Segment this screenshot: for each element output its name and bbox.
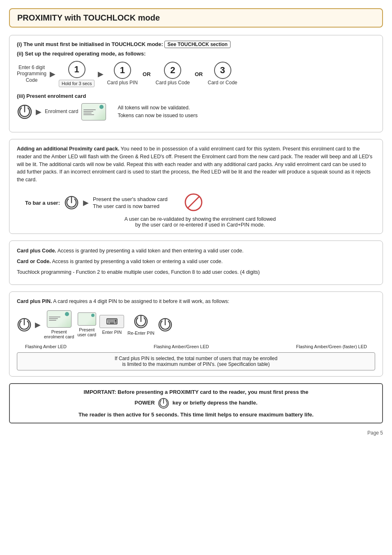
enrolment-label: Enrolment card (45, 109, 78, 115)
tokens-text: All tokens will now be validated. Tokens… (118, 104, 198, 120)
bar-text-col: Present the user's shadow card The user … (93, 196, 168, 209)
pin-col-power (17, 317, 32, 332)
page-wrapper: PROXIMITY with TOUCHLOCK mode (i) The un… (9, 8, 383, 436)
no-entry-icon (184, 193, 203, 213)
led-col-1: Flashing Amber LED (25, 344, 67, 349)
bar-step1: Present the user's shadow card (93, 196, 168, 202)
pin-col-power2: Re-Enter PIN (127, 314, 154, 335)
svg-line-5 (188, 197, 199, 208)
section-3: Card plus Code. Access is granted by pre… (9, 240, 383, 285)
keypad-icon: ⌨ (106, 317, 118, 326)
user-card-img (78, 312, 96, 326)
card-plus-code-label: Card plus Code (156, 80, 190, 86)
led-col-2: Flashing Amber/Green LED (154, 344, 209, 349)
arrow-enrol: ▶ (36, 107, 42, 116)
pin-info-box: If Card plus PIN is selected, the total … (17, 352, 375, 370)
heading-i: (i) The unit must first be initialised i… (17, 41, 375, 47)
adding-pack-text: Adding an additional Proximity card pack… (17, 145, 375, 184)
page-title: PROXIMITY with TOUCHLOCK mode (17, 13, 375, 23)
enrol-card-pin (47, 310, 71, 328)
important-line2: POWER key or briefly depress the handle. (17, 398, 375, 409)
touchlock-ref: See TOUCHLOCK section (164, 41, 230, 48)
card-plus-pin-col: 1 Card plus PIN (107, 62, 138, 86)
touchlock-prog-text: Touchlock programming - Function 2 to en… (17, 268, 375, 276)
card-or-code-def: Card or Code. Access is granted by prese… (17, 257, 375, 266)
led-label-1: Flashing Amber LED (25, 344, 67, 349)
pin-col-enter: ⌨ Enter PIN (99, 315, 124, 335)
arrow-bar: ▶ (83, 198, 89, 207)
enter-label: Enter 6 digit Programming Code (17, 65, 46, 84)
page-number: Page 5 (9, 430, 383, 436)
led-labels-row: Flashing Amber LED Flashing Amber/Green … (25, 344, 367, 349)
card-plus-pin-heading: Card plus PIN. A card requires a 4 digit… (17, 298, 375, 305)
heading-iii: (iii) Present enrolment card (17, 93, 375, 99)
section-1: (i) The unit must first be initialised i… (9, 35, 383, 132)
important-line4: The reader is then active for 5 seconds.… (17, 412, 375, 418)
led-label-2: Flashing Amber/Green LED (154, 344, 209, 349)
heading-ii: (ii) Set up the required operating mode,… (17, 51, 375, 57)
reenter-pin-label: Re-Enter PIN (127, 331, 154, 335)
present-enrol-label: Present enrolment card (44, 329, 74, 339)
power-icon-end (158, 317, 173, 332)
important-line1: IMPORTANT: Before presenting a PROXIMITY… (17, 389, 375, 395)
led-col-3: Flashing Amber/Green (faster) LED (296, 344, 367, 349)
pin-info-text: If Card plus PIN is selected, the total … (115, 356, 277, 367)
section-4: Card plus PIN. A card requires a 4 digit… (9, 291, 383, 377)
power-icon-pin (17, 317, 32, 332)
title-box: PROXIMITY with TOUCHLOCK mode (9, 8, 383, 28)
step-flow-setup: Enter 6 digit Programming Code ▶ 1 Hold … (17, 61, 375, 87)
led-label-3: Flashing Amber/Green (faster) LED (296, 344, 367, 349)
step1-col: 1 Hold for 3 secs (59, 61, 95, 87)
enter-pin-box: ⌨ (99, 315, 124, 328)
card-or-code-label: Card or Code (208, 80, 238, 86)
bar-heading: To bar a user: (25, 200, 60, 206)
pin-flow: ▶ Present enrolment card Prese (17, 310, 375, 339)
def-list: Card plus Code. Access is granted by pre… (17, 247, 375, 276)
card-or-code-circle: 3 (214, 62, 231, 79)
card-plus-code-circle: 2 (164, 62, 181, 79)
present-user-label: Present user card (77, 327, 96, 337)
card-plus-pin-circle: 1 (114, 62, 131, 79)
enter-pin-label: Enter PIN (102, 330, 122, 335)
pin-col-user: Present user card (77, 312, 96, 337)
hold-label: Hold for 3 secs (59, 80, 95, 87)
pin-col-power3 (158, 317, 173, 332)
arrow-1: ▶ (50, 69, 55, 79)
card-plus-code-col: 2 Card plus Code (156, 62, 190, 86)
enrolment-flow: ▶ Enrolment card All tokens will now be … (17, 103, 375, 120)
step1-circle: 1 (68, 61, 85, 78)
arrow-2: ▶ (98, 69, 104, 79)
power-icon-reenter (134, 314, 148, 329)
card-or-code-col: 3 Card or Code (208, 62, 238, 86)
bar-step2: The user card is now barred (93, 203, 168, 209)
power-icon-iii (17, 104, 32, 120)
section-2: Adding an additional Proximity card pack… (9, 139, 383, 234)
enrolment-card-img (81, 103, 106, 120)
card-plus-pin-label: Card plus PIN (107, 80, 138, 86)
card-plus-code-def: Card plus Code. Access is granted by pre… (17, 247, 375, 255)
enter-label-col: Enter 6 digit Programming Code (17, 65, 46, 84)
bar-user-row: To bar a user: ▶ Present the user's shad… (25, 193, 375, 213)
important-box: IMPORTANT: Before presenting a PROXIMITY… (9, 383, 383, 423)
revalidate-text: A user can be re-validated by showing th… (25, 216, 375, 228)
power-icon-important (158, 398, 169, 409)
pin-col-enrol: Present enrolment card (44, 310, 74, 339)
or-2: OR (195, 71, 203, 77)
power-icon-bar (64, 195, 79, 210)
or-1: OR (143, 71, 151, 77)
arrow-pin1: ▶ (35, 320, 41, 329)
